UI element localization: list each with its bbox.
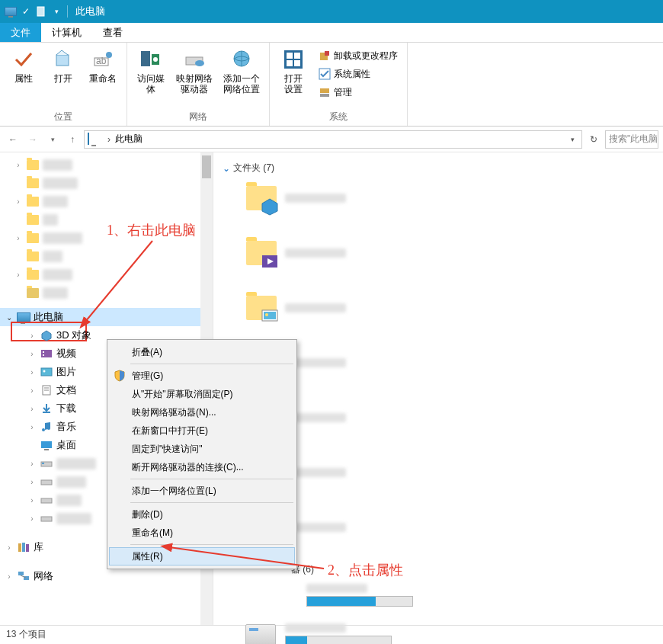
- back-button[interactable]: ←: [5, 131, 21, 148]
- up-button[interactable]: ↑: [64, 131, 81, 148]
- drive-icon: [182, 47, 207, 72]
- tree-label: 库: [34, 540, 43, 554]
- svg-rect-39: [22, 543, 25, 552]
- expand-icon[interactable]: ›: [27, 514, 37, 523]
- expand-icon[interactable]: ›: [27, 459, 37, 468]
- expand-icon[interactable]: ›: [27, 495, 37, 505]
- section-folders[interactable]: ⌄ 文件夹 (7): [223, 162, 654, 175]
- search-placeholder: 搜索"此电脑: [609, 133, 658, 146]
- open-button[interactable]: 打开: [46, 46, 81, 84]
- tree-item[interactable]: xxxxx: [0, 284, 213, 302]
- open-settings-button[interactable]: 打开 设置: [276, 46, 311, 95]
- svg-rect-5: [141, 51, 150, 66]
- tree-item[interactable]: ›xxxxx: [0, 192, 213, 210]
- drive-icon: [40, 493, 53, 507]
- refresh-button[interactable]: ↻: [585, 131, 602, 148]
- folder-item-pictures[interactable]: [245, 292, 398, 324]
- expand-icon[interactable]: ›: [27, 386, 37, 395]
- svg-rect-20: [320, 94, 329, 97]
- tree-label: 下载: [56, 402, 76, 415]
- system-properties-button[interactable]: 系统属性: [315, 66, 401, 82]
- qat-check-icon[interactable]: ✓: [20, 5, 32, 18]
- manage-icon: [319, 86, 331, 98]
- forward-button[interactable]: →: [24, 131, 41, 148]
- properties-button[interactable]: 属性: [6, 46, 41, 84]
- expand-icon[interactable]: ›: [14, 197, 23, 206]
- tree-label: 文档: [56, 383, 76, 397]
- label: 映射网络 驱动器: [176, 73, 213, 95]
- expand-icon[interactable]: ›: [27, 367, 37, 376]
- search-box[interactable]: 搜索"此电脑: [605, 130, 658, 149]
- tab-computer[interactable]: 计算机: [41, 23, 92, 42]
- scrollbar-thumb[interactable]: [202, 155, 211, 178]
- expand-icon[interactable]: ›: [27, 477, 37, 486]
- ctx-mapdrive[interactable]: 映射网络驱动器(N)...: [109, 403, 295, 421]
- qat-doc-icon[interactable]: [35, 5, 47, 18]
- tree-item-thispc[interactable]: ⌄ 此电脑: [0, 308, 213, 326]
- chevron-right-icon[interactable]: ›: [103, 134, 115, 145]
- folder-item-3d[interactable]: [245, 182, 398, 214]
- expand-icon[interactable]: ›: [5, 572, 14, 581]
- uninstall-button[interactable]: 卸载或更改程序: [315, 47, 401, 64]
- tree-item[interactable]: ›xxxxxx: [0, 265, 213, 284]
- expand-icon[interactable]: ›: [5, 543, 14, 552]
- qat-dropdown-icon[interactable]: ▾: [50, 5, 62, 18]
- pictures-icon: [40, 365, 53, 379]
- video-icon: [40, 347, 53, 360]
- folder-icon: [26, 286, 40, 300]
- svg-rect-1: [56, 55, 69, 66]
- tree-item[interactable]: ›xxxxxxxx: [0, 229, 213, 247]
- svg-marker-44: [262, 199, 277, 215]
- label: 添加一个 网络位置: [223, 73, 260, 95]
- access-media-button[interactable]: 访问媒体: [133, 46, 168, 95]
- address-box[interactable]: › 此电脑 ▾: [84, 130, 582, 149]
- dropdown-icon[interactable]: ▾: [566, 136, 578, 143]
- expand-icon[interactable]: ›: [27, 349, 37, 358]
- ctx-addloc[interactable]: 添加一个网络位置(L): [109, 482, 295, 500]
- ctx-pin-quick[interactable]: 固定到"快速访问": [109, 440, 295, 458]
- ctx-rename[interactable]: 重命名(M): [109, 524, 295, 542]
- pc-icon: [5, 5, 17, 18]
- uninstall-icon: [319, 50, 331, 62]
- svg-rect-19: [320, 88, 329, 93]
- tree-item-network[interactable]: ›网络: [0, 567, 213, 585]
- ctx-unpin-start[interactable]: 从"开始"屏幕取消固定(P): [109, 385, 295, 403]
- tree-item[interactable]: xxxxxxx: [0, 174, 213, 192]
- expand-icon[interactable]: ›: [14, 233, 23, 242]
- breadcrumb-location[interactable]: 此电脑: [115, 133, 143, 146]
- ctx-newwindow[interactable]: 在新窗口中打开(E): [109, 421, 295, 440]
- ctx-collapse[interactable]: 折叠(A): [109, 343, 295, 361]
- expand-icon[interactable]: ›: [14, 270, 23, 279]
- map-drive-button[interactable]: 映射网络 驱动器: [173, 46, 216, 95]
- rename-button[interactable]: ab 重命名: [85, 46, 120, 84]
- ctx-disconnect[interactable]: 断开网络驱动器的连接(C)...: [109, 458, 295, 476]
- expand-icon[interactable]: ›: [14, 160, 23, 169]
- expand-icon[interactable]: ›: [27, 404, 37, 413]
- tree-item[interactable]: ›xxxxxx: [0, 155, 213, 174]
- expand-icon[interactable]: ⌄: [5, 312, 14, 322]
- tree-label: 音乐: [56, 420, 76, 434]
- checkbox-icon: [319, 68, 331, 80]
- drive-item[interactable]: [306, 584, 489, 607]
- drive-item[interactable]: [245, 623, 428, 644]
- manage-button[interactable]: 管理: [315, 84, 401, 101]
- label: 系统属性: [334, 68, 370, 81]
- expand-icon[interactable]: ›: [27, 422, 37, 431]
- svg-rect-31: [41, 441, 52, 448]
- svg-point-4: [106, 52, 112, 58]
- tab-file[interactable]: 文件: [0, 23, 41, 42]
- chevron-down-icon[interactable]: ⌄: [223, 163, 230, 174]
- section-drives[interactable]: 器 (6): [291, 563, 654, 576]
- tab-view[interactable]: 查看: [92, 23, 133, 42]
- ctx-properties[interactable]: 属性(R): [109, 547, 295, 566]
- ctx-delete[interactable]: 删除(D): [109, 505, 295, 524]
- tree-item[interactable]: xxxx: [0, 247, 213, 265]
- recent-dropdown[interactable]: ▾: [44, 131, 61, 148]
- ctx-manage[interactable]: 管理(G): [109, 367, 295, 385]
- tree-item[interactable]: xxx: [0, 210, 213, 229]
- add-location-button[interactable]: 添加一个 网络位置: [220, 46, 263, 95]
- drive-icon: [245, 624, 276, 644]
- expand-icon[interactable]: ›: [27, 331, 37, 340]
- tree-label: xxxxxxxx: [56, 458, 96, 469]
- folder-item-video[interactable]: [245, 237, 398, 269]
